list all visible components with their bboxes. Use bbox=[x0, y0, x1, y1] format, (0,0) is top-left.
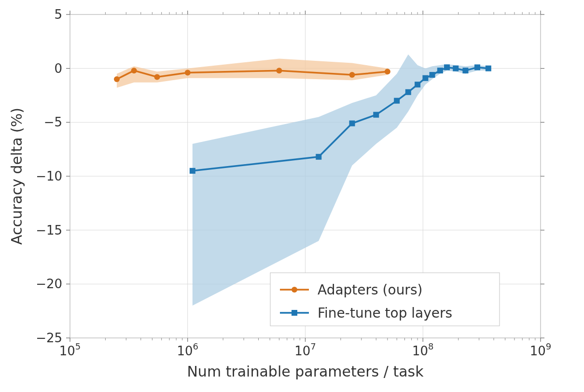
finetune-marker bbox=[444, 64, 450, 70]
xtick-label: 106 bbox=[177, 341, 198, 358]
finetune-marker bbox=[394, 98, 400, 104]
chart-container: 10510610710810950−5−10−15−20−25Num train… bbox=[0, 0, 584, 392]
finetune-marker bbox=[422, 75, 428, 81]
y-axis-label: Accuracy delta (%) bbox=[8, 108, 25, 245]
ytick-label: −25 bbox=[36, 331, 62, 345]
legend-marker bbox=[292, 287, 297, 293]
legend-label: Fine-tune top layers bbox=[318, 305, 452, 321]
chart-svg: 10510610710810950−5−10−15−20−25Num train… bbox=[0, 0, 584, 392]
ytick-label: −10 bbox=[36, 169, 62, 183]
adapters-marker bbox=[154, 74, 160, 80]
finetune-marker bbox=[415, 82, 420, 87]
adapters-marker bbox=[114, 76, 120, 82]
xtick-label: 107 bbox=[294, 341, 316, 358]
finetune-marker bbox=[405, 89, 411, 95]
ytick-label: −20 bbox=[36, 277, 62, 291]
xtick-label: 105 bbox=[59, 341, 81, 358]
finetune-marker bbox=[462, 68, 468, 73]
adapters-marker bbox=[385, 69, 390, 74]
xtick-label: 108 bbox=[412, 341, 434, 358]
ytick-label: 0 bbox=[54, 61, 62, 76]
adapters-band bbox=[117, 59, 388, 88]
adapters-marker bbox=[131, 68, 137, 73]
finetune-marker bbox=[474, 64, 480, 70]
xtick-label: 109 bbox=[530, 341, 552, 358]
legend-marker bbox=[292, 310, 297, 316]
adapters-marker bbox=[349, 72, 355, 78]
finetune-marker bbox=[349, 121, 355, 126]
ytick-label: 5 bbox=[54, 7, 62, 22]
adapters-marker bbox=[185, 70, 191, 76]
finetune-marker bbox=[430, 72, 435, 78]
ytick-label: −5 bbox=[44, 115, 62, 129]
finetune-marker bbox=[453, 66, 459, 71]
x-axis-label: Num trainable parameters / task bbox=[187, 363, 424, 380]
legend: Adapters (ours)Fine-tune top layers bbox=[270, 273, 500, 326]
finetune-marker bbox=[373, 112, 379, 118]
finetune-band bbox=[193, 55, 488, 306]
legend-label: Adapters (ours) bbox=[318, 282, 422, 298]
adapters-marker bbox=[276, 68, 282, 73]
finetune-marker bbox=[486, 66, 491, 71]
finetune-marker bbox=[316, 154, 321, 160]
finetune-marker bbox=[190, 168, 195, 174]
finetune-marker bbox=[437, 68, 443, 73]
ytick-label: −15 bbox=[36, 223, 62, 238]
